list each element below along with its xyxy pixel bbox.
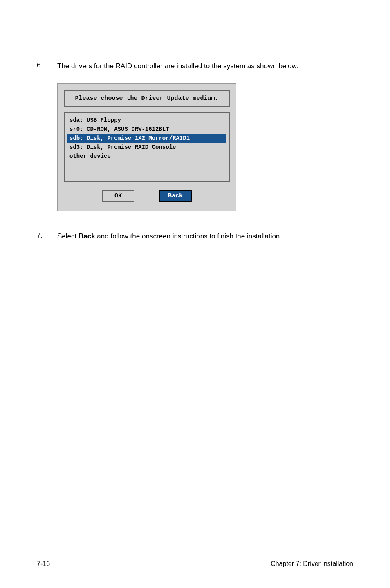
- step-6-number: 6.: [37, 61, 57, 70]
- list-item-other[interactable]: other device: [67, 152, 226, 161]
- step-6: 6. The drivers for the RAID controller a…: [37, 61, 353, 71]
- driver-update-dialog: Please choose the Driver Update medium. …: [57, 83, 236, 211]
- list-item-sd3[interactable]: sd3: Disk, Promise RAID Console: [67, 143, 226, 152]
- step-7-text: Select Back and follow the onscreen inst…: [57, 231, 282, 241]
- step-7-suffix: and follow the onscreen instructions to …: [95, 232, 282, 240]
- list-item-sdb[interactable]: sdb: Disk, Promise 1X2 Morror/RAID1: [67, 134, 226, 143]
- list-item-sr0[interactable]: sr0: CD-ROM, ASUS DRW-1612BLT: [67, 125, 226, 134]
- back-button[interactable]: Back: [159, 190, 192, 202]
- dialog-inner: Please choose the Driver Update medium. …: [59, 85, 235, 209]
- dialog-button-row: OK Back: [64, 190, 230, 202]
- dialog-title-box: Please choose the Driver Update medium.: [64, 90, 230, 107]
- step-7-prefix: Select: [57, 232, 78, 240]
- chapter-label: Chapter 7: Driver installation: [271, 560, 353, 568]
- dialog-list: sda: USB Floppy sr0: CD-ROM, ASUS DRW-16…: [64, 112, 230, 182]
- step-7: 7. Select Back and follow the onscreen i…: [37, 231, 353, 241]
- page-number: 7-16: [37, 560, 50, 568]
- dialog-title: Please choose the Driver Update medium.: [70, 95, 223, 102]
- ok-button[interactable]: OK: [102, 190, 134, 202]
- step-6-text: The drivers for the RAID controller are …: [57, 61, 298, 71]
- page-footer: 7-16 Chapter 7: Driver installation: [37, 557, 353, 568]
- step-7-bold: Back: [78, 232, 95, 240]
- list-item-sda[interactable]: sda: USB Floppy: [67, 116, 226, 125]
- step-7-number: 7.: [37, 231, 57, 240]
